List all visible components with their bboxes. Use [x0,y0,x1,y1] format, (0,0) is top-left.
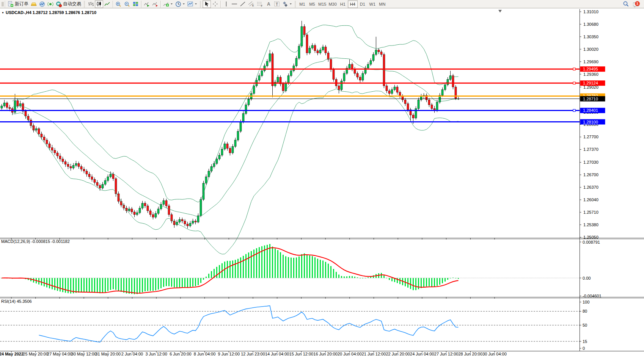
svg-text:F: F [261,5,262,7]
macd-histogram-bar [118,278,119,291]
candle [253,86,255,94]
svg-text:1.29495: 1.29495 [583,67,598,71]
macd-histogram-bar [312,256,313,278]
macd-histogram-bar [354,277,355,278]
periods-button[interactable] [174,0,186,8]
hline-1.29495[interactable] [0,68,580,70]
macd-histogram-bar [341,276,342,278]
macd-histogram-bar [415,278,416,290]
macd-histogram-bar [174,278,175,288]
candle [240,122,242,132]
candle [187,224,188,226]
macd-histogram-bar [277,250,278,278]
hline-1.29124[interactable] [0,82,580,84]
macd-histogram-bar [102,278,103,293]
chart-shift-marker[interactable] [498,10,502,13]
chart-title-row: ▼ USDCAD-,H4 1.28712 1.28759 1.28676 1.2… [2,10,96,15]
macd-histogram-bar [166,278,167,286]
candle [245,105,247,114]
autotrading-button[interactable]: 自动交易 [55,0,82,8]
macd-histogram-bar [206,277,207,278]
timeframe-m1[interactable]: M1 [297,0,307,8]
price-tick-label: 1.30350 [583,34,598,39]
fibonacci-button[interactable]: F [256,0,264,8]
timeframe-h4[interactable]: H4 [348,0,358,8]
bollinger-lower [13,89,459,254]
macd-histogram-bar [352,276,353,278]
candle [391,90,393,94]
macd-histogram-bar [94,278,95,293]
time-tick-label: 6 Jun 20:00 [170,352,192,356]
candle [362,74,364,80]
rsi-pane[interactable]: RSI(14) 45.3506 [0,299,580,342]
new-order-label: 新订单 [15,1,28,7]
zoom-in-button[interactable] [114,0,123,8]
tile-windows-button[interactable] [132,0,140,8]
new-order-button[interactable]: 新订单 [6,0,30,8]
vertical-line-button[interactable] [222,0,230,8]
timeframe-h1[interactable]: H1 [338,0,348,8]
bollinger-middle [13,58,459,216]
svg-text:1.28401: 1.28401 [583,108,598,113]
macd-histogram-bar [211,271,212,278]
crosshair-button[interactable] [211,0,219,8]
cursor-button[interactable] [203,0,211,8]
candle [428,100,430,105]
macd-pane[interactable]: MACD(12,26,9) -0.000815 -0.001182 [0,239,580,294]
search-button[interactable] [622,0,630,8]
macd-histogram-bar [139,278,140,294]
price-axis[interactable]: 1.310101.306801.303501.300201.296901.293… [580,9,605,351]
candle [404,100,406,104]
chat-button[interactable]: 1 [632,0,641,8]
macd-histogram-bar [147,278,148,291]
macd-histogram-bar [232,260,233,278]
candle [367,64,369,68]
zoom-out-button[interactable] [123,0,132,8]
candle [163,200,165,204]
time-tick-label: 2 Jun 04:00 [121,352,143,356]
equidistant-channel-button[interactable]: E [247,0,256,8]
main-pane[interactable] [0,10,580,254]
candle [349,64,350,68]
macd-histogram-bar [418,278,419,290]
time-tick-label: 22 Jun 20:00 [386,352,410,356]
metaeditor-button[interactable] [30,0,38,8]
signals-button[interactable] [46,0,55,8]
timeframe-m15[interactable]: M15 [317,0,327,8]
macd-histogram-bar [155,278,156,291]
hline-1.28401[interactable] [0,109,580,111]
bar-chart-button[interactable] [86,0,95,8]
arrows-button[interactable] [281,0,293,8]
svg-text:1.28710: 1.28710 [583,97,598,101]
candle [301,27,303,46]
macd-histogram-bar [123,278,124,293]
indicators-button[interactable] [162,0,174,8]
macd-label: MACD(12,26,9) -0.000815 -0.001182 [1,239,70,244]
line-chart-button[interactable] [103,0,112,8]
horizontal-line-button[interactable] [230,0,239,8]
chart-canvas[interactable]: MACD(12,26,9) -0.000815 -0.001182RSI(14)… [0,8,644,357]
templates-button[interactable] [186,0,198,8]
chart-area[interactable]: MACD(12,26,9) -0.000815 -0.001182RSI(14)… [0,8,644,357]
macd-histogram-bar [421,278,422,288]
timeframe-mn[interactable]: MN [377,0,387,8]
price-label-1.29495: 1.29495 [580,66,605,72]
chart-shift-button[interactable] [151,0,159,8]
candle [62,159,64,161]
candlestick-chart-button[interactable] [95,0,103,8]
timeframe-m30[interactable]: M30 [327,0,338,8]
charts-profile-button[interactable] [38,0,46,8]
toolbar-right-cluster: 1 [622,0,643,8]
auto-scroll-button[interactable] [143,0,151,8]
toolbar-grip [200,1,201,7]
chart-menu-caret-icon[interactable]: ▼ [2,11,4,14]
macd-histogram-bar [389,278,390,280]
trendline-button[interactable] [239,0,247,8]
timeframe-m5[interactable]: M5 [307,0,317,8]
candle [35,128,37,130]
timeframe-w1[interactable]: W1 [368,0,377,8]
macd-histogram-bar [208,274,209,278]
text-button[interactable]: A [264,0,273,8]
timeframe-d1[interactable]: D1 [358,0,368,8]
text-label-button[interactable]: T [273,0,281,8]
